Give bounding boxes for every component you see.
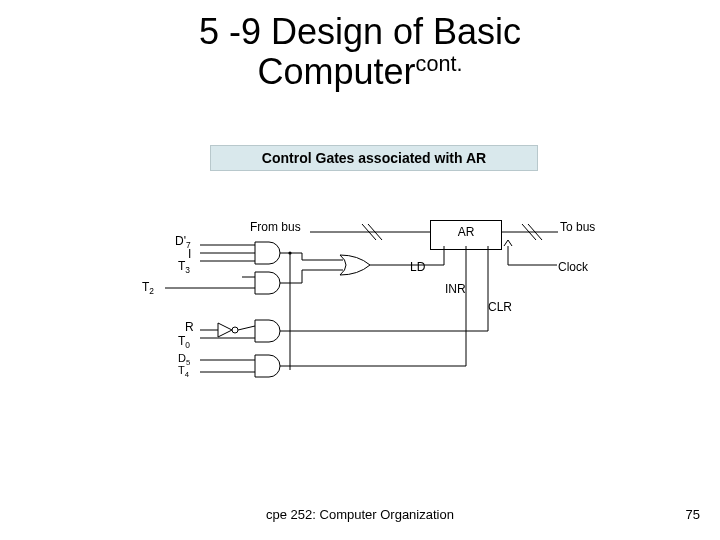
input-d7-base: D' — [175, 234, 186, 248]
input-t4-base: T — [178, 364, 185, 376]
and-gate-t2 — [255, 272, 280, 294]
input-t4: T4 — [178, 364, 189, 379]
title-line2-sup: cont. — [416, 51, 463, 76]
footer-text: cpe 252: Computer Organization — [0, 507, 720, 522]
subtitle-text: Control Gates associated with AR — [262, 150, 486, 166]
svg-line-27 — [238, 326, 255, 330]
and-gate-top — [255, 242, 280, 264]
input-t0-sub: 0 — [185, 340, 190, 350]
title-line1: 5 -9 Design of Basic — [199, 11, 521, 52]
and-gate-d5t4 — [255, 355, 280, 377]
svg-point-19 — [288, 251, 291, 254]
input-t2-sub: 2 — [149, 286, 154, 296]
input-r: R — [185, 320, 194, 334]
title-line2-base: Computer — [258, 51, 416, 92]
input-t3: T3 — [178, 259, 190, 275]
input-t4-sub: 4 — [185, 370, 189, 379]
input-t3-sub: 3 — [185, 265, 190, 275]
not-gate-r — [218, 323, 238, 337]
input-d5-base: D — [178, 352, 186, 364]
circuit-diagram: AR From bus To bus Clock LD INR CLR — [130, 210, 630, 410]
svg-point-25 — [232, 327, 238, 333]
gate-wiring-svg — [130, 210, 630, 410]
page-number: 75 — [686, 507, 700, 522]
input-t2: T2 — [142, 280, 154, 296]
and-gate-rt0 — [255, 320, 280, 342]
or-gate-ld — [340, 255, 370, 275]
slide-title: 5 -9 Design of Basic Computercont. — [0, 12, 720, 91]
svg-marker-24 — [218, 323, 232, 337]
input-t0: T0 — [178, 334, 190, 350]
subtitle-box: Control Gates associated with AR — [210, 145, 538, 171]
